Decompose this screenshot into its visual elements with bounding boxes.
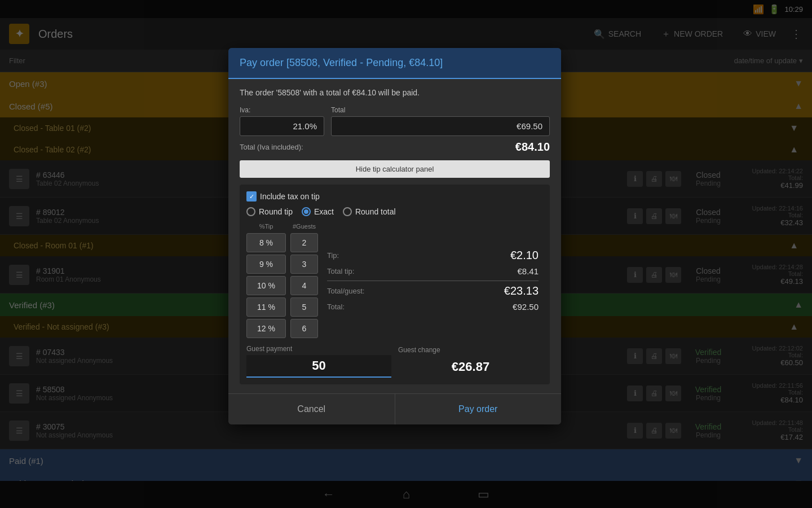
modal-footer: Cancel Pay order <box>228 393 561 424</box>
tip-8-button[interactable]: 8 % <box>246 233 286 252</box>
include-tax-checkbox[interactable]: ✓ Include tax on tip <box>246 191 320 202</box>
guests-4-button[interactable]: 4 <box>290 276 318 295</box>
total-per-guest-label: Total/guest: <box>327 287 365 295</box>
tip-amount-row: Tip: €2.10 <box>327 249 539 262</box>
pct-header: %Tip <box>246 222 286 231</box>
hide-tip-button[interactable]: Hide tip calculator panel <box>240 160 550 178</box>
guest-change-value: €26.87 <box>398 356 543 378</box>
modal-title: Pay order [58508, Verified - Pending, €8… <box>240 57 550 69</box>
tip-mode-radio-group: Round tip Exact Round total <box>246 207 543 216</box>
tip-percentages: %Tip 8 % 9 % 10 % 11 % 12 % <box>246 222 286 338</box>
exact-radio-circle <box>302 207 311 216</box>
guest-header: #Guests <box>290 222 318 231</box>
round-tip-label: Round tip <box>259 207 293 216</box>
modal-description: The order '58508' with a total of €84.10… <box>240 88 550 97</box>
total-tip-label: Total tip: <box>327 267 354 275</box>
tip-value: €2.10 <box>510 249 539 262</box>
guest-change-label: Guest change <box>398 346 543 354</box>
tip-12-button[interactable]: 12 % <box>246 319 286 338</box>
tax-row: Iva: 21.0% Total €69.50 <box>240 106 550 136</box>
tip-10-button[interactable]: 10 % <box>246 276 286 295</box>
total-included-value: €84.10 <box>515 141 550 154</box>
tip-grid: %Tip 8 % 9 % 10 % 11 % 12 % #Guests 2 3 … <box>246 222 543 338</box>
guests-2-button[interactable]: 2 <box>290 233 318 252</box>
modal-body: The order '58508' with a total of €84.10… <box>228 79 561 393</box>
iva-label: Iva: <box>240 106 324 114</box>
total-tip-value: €8.41 <box>517 266 539 276</box>
total-label: Total <box>331 106 550 114</box>
total-per-guest-value: €23.13 <box>504 284 539 297</box>
total-included-label: Total (Iva included): <box>240 143 303 151</box>
round-total-radio[interactable]: Round total <box>343 207 396 216</box>
round-total-radio-circle <box>343 207 352 216</box>
total-value: €69.50 <box>331 116 550 136</box>
total-row: Total: €92.50 <box>327 302 539 312</box>
exact-label: Exact <box>314 207 334 216</box>
tip-guests: #Guests 2 3 4 5 6 <box>290 222 318 338</box>
guest-payment-label: Guest payment <box>246 345 391 353</box>
total-per-guest-row: Total/guest: €23.13 <box>327 281 539 297</box>
total-result-label: Total: <box>327 303 345 311</box>
tip-11-button[interactable]: 11 % <box>246 297 286 317</box>
checkbox-checked-icon: ✓ <box>246 191 257 202</box>
pay-order-button[interactable]: Pay order <box>395 394 562 424</box>
round-total-label: Round total <box>355 207 396 216</box>
total-included-row: Total (Iva included): €84.10 <box>240 141 550 154</box>
include-tax-label: Include tax on tip <box>260 192 320 201</box>
exact-radio[interactable]: Exact <box>302 207 334 216</box>
payment-row: Guest payment 50 Guest change €26.87 <box>246 345 543 378</box>
guests-6-button[interactable]: 6 <box>290 319 318 338</box>
tip-results: Tip: €2.10 Total tip: €8.41 Total/guest:… <box>323 222 543 338</box>
round-tip-radio-circle <box>246 207 255 216</box>
iva-value: 21.0% <box>240 116 324 136</box>
total-tip-row: Total tip: €8.41 <box>327 266 539 276</box>
round-tip-radio[interactable]: Round tip <box>246 207 293 216</box>
guests-5-button[interactable]: 5 <box>290 297 318 317</box>
guests-3-button[interactable]: 3 <box>290 255 318 274</box>
tip-label: Tip: <box>327 251 339 260</box>
tip-9-button[interactable]: 9 % <box>246 255 286 274</box>
cancel-button[interactable]: Cancel <box>228 394 395 424</box>
total-result-value: €92.50 <box>513 302 539 312</box>
pay-order-modal: Pay order [58508, Verified - Pending, €8… <box>228 48 561 424</box>
tip-calculator-panel: ✓ Include tax on tip Round tip Exact Rou… <box>240 185 550 384</box>
modal-header: Pay order [58508, Verified - Pending, €8… <box>228 48 561 79</box>
guest-payment-input[interactable]: 50 <box>246 355 391 378</box>
tip-options-row: ✓ Include tax on tip <box>246 191 543 202</box>
